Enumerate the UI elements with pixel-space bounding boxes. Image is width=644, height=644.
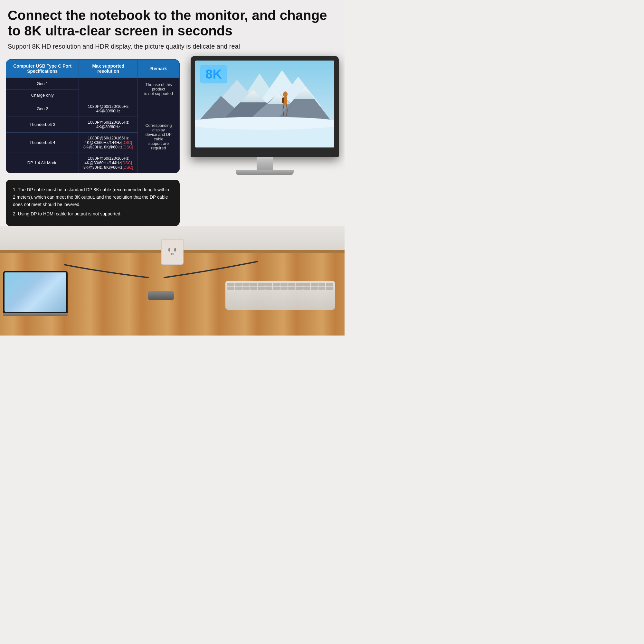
key	[265, 287, 272, 290]
note-2-text: Using DP to HDMI cable for output is not…	[18, 211, 122, 216]
content-row: Computer USB Type C Port Specifications …	[0, 59, 345, 226]
key	[318, 287, 326, 290]
key	[296, 283, 303, 286]
key	[273, 287, 280, 290]
header-section: Connect the notebook to the monitor, and…	[0, 0, 345, 59]
notes-box: 1. The DP cable must be a standard DP 8K…	[6, 180, 180, 226]
key	[242, 283, 250, 286]
keyboard-keys	[225, 281, 335, 292]
port-charge-only: Charge only	[6, 89, 79, 101]
resolution-dp14: 1080P@60/120/165Hz4K@30/60Hz/144Hz[DSC]8…	[79, 153, 138, 173]
key	[326, 287, 333, 290]
note-item-2: 2. Using DP to HDMI cable for output is …	[13, 210, 173, 218]
compatibility-table-wrapper: Computer USB Type C Port Specifications …	[6, 59, 180, 173]
key	[242, 287, 250, 290]
svg-rect-16	[282, 98, 284, 103]
port-gen2: Gen 2	[6, 101, 79, 117]
key	[311, 287, 318, 290]
key	[311, 283, 318, 286]
note-1-text: The DP cable must be a standard DP 8K ca…	[13, 187, 169, 207]
resolution-tb4: 1080P@60/120/165Hz4K@30/60Hz/144Hz[DSC]8…	[79, 132, 138, 153]
usb-adapter	[148, 291, 174, 300]
key	[265, 283, 272, 286]
key	[250, 283, 257, 286]
keyboard	[225, 281, 335, 310]
outlet-prong-left	[168, 248, 170, 251]
port-dp14: DP 1.4 Alt Mode	[6, 153, 79, 173]
laptop-screen	[3, 271, 68, 313]
resolution-tb3: 1080P@60/120/165Hz4K@30/60Hz	[79, 117, 138, 132]
col1-header: Computer USB Type C Port Specifications	[6, 59, 79, 78]
monitor-screen: 8K	[195, 61, 334, 147]
remark-corresponding: Corresponding displaydevice and DP cable…	[138, 101, 180, 173]
monitor-stand-neck	[257, 157, 273, 170]
svg-point-13	[195, 117, 334, 130]
port-tb3: Thunderbolt 3	[6, 117, 79, 132]
key	[288, 287, 295, 290]
key	[258, 283, 265, 286]
col3-header: Remark	[138, 59, 180, 78]
note-2-number: 2.	[13, 211, 18, 216]
monitor-bezel: 8K	[191, 56, 339, 157]
key	[318, 283, 326, 286]
key	[303, 287, 310, 290]
resolution-empty-1	[79, 78, 138, 101]
note-1-number: 1.	[13, 187, 18, 192]
page-wrapper: Connect the notebook to the monitor, and…	[0, 0, 345, 336]
key	[296, 287, 303, 290]
key	[235, 287, 242, 290]
key	[258, 287, 265, 290]
key	[250, 287, 257, 290]
remark-not-supported: The use of this productis not supported	[138, 78, 180, 101]
key	[280, 283, 288, 286]
key	[235, 283, 242, 286]
key	[273, 283, 280, 286]
laptop-display	[5, 272, 66, 312]
svg-point-14	[283, 91, 288, 97]
monitor-stand-base	[236, 170, 294, 175]
col2-header: Max supported resolution	[79, 59, 138, 78]
key	[303, 283, 310, 286]
key	[227, 283, 234, 286]
port-gen1: Gen 1	[6, 78, 79, 89]
power-outlet	[161, 239, 184, 265]
outlet-prong-right	[174, 248, 176, 251]
table-row: Gen 2 1080P@60/120/165Hz4K@30/60Hz Corre…	[6, 101, 180, 117]
resolution-gen2: 1080P@60/120/165Hz4K@30/60Hz	[79, 101, 138, 117]
8k-badge: 8K	[200, 65, 227, 83]
desk-scene	[0, 226, 345, 336]
port-tb4: Thunderbolt 4	[6, 132, 79, 153]
main-title: Connect the notebook to the monitor, and…	[8, 8, 337, 39]
key	[326, 283, 333, 286]
key	[288, 283, 295, 286]
monitor-column: 8K	[180, 59, 339, 226]
note-item-1: 1. The DP cable must be a standard DP 8K…	[13, 186, 173, 208]
left-column: Computer USB Type C Port Specifications …	[6, 59, 180, 226]
outlet-ground	[171, 253, 174, 255]
laptop	[3, 271, 68, 316]
compatibility-table: Computer USB Type C Port Specifications …	[6, 59, 180, 173]
key	[227, 287, 234, 290]
laptop-body	[3, 313, 68, 316]
subtitle: Support 8K HD resolution and HDR display…	[8, 43, 337, 50]
monitor-container: 8K	[191, 56, 339, 175]
table-row: Gen 1 The use of this productis not supp…	[6, 78, 180, 89]
outlet-prongs	[168, 248, 176, 251]
key	[280, 287, 288, 290]
